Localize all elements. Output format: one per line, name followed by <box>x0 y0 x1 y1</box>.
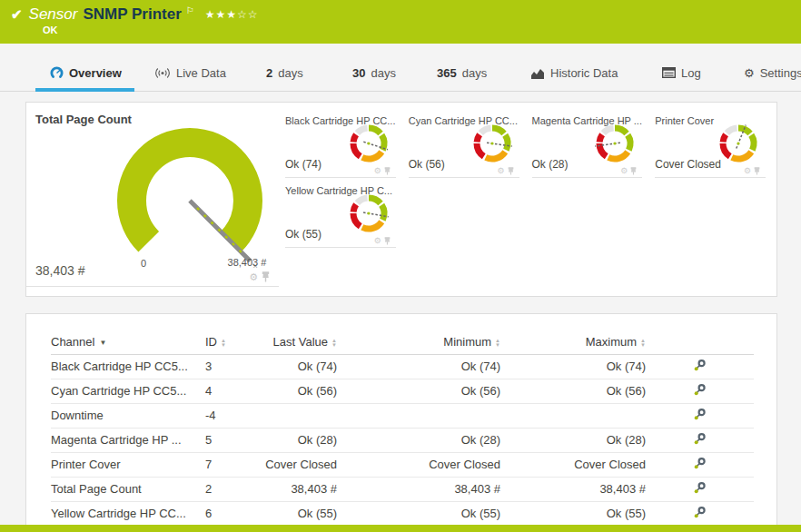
channel-gauge <box>347 122 391 165</box>
cell-maximum: 38,403 # <box>500 477 646 501</box>
gauge-tile-cyan-cartridge-hp-cc[interactable]: Cyan Cartridge HP CC... Ok (56) ⚙ <box>409 108 519 178</box>
tab-number: 365 <box>437 66 457 80</box>
log-icon <box>662 67 676 78</box>
tab-365-days[interactable]: 365days <box>437 54 487 91</box>
tile-pin-icon[interactable] <box>630 167 637 175</box>
main-gauge-value: 38,403 # <box>35 263 85 278</box>
tile-pin-icon[interactable] <box>508 167 514 175</box>
sensor-status-badge: OK <box>43 25 58 35</box>
tile-pin-icon[interactable] <box>754 167 760 175</box>
table-row-total-page-count[interactable]: Total Page Count238,403 #38,403 #38,403 … <box>51 477 754 501</box>
table-row-magenta-cartridge-hp[interactable]: Magenta Cartridge HP ...5Ok (28)Ok (28)O… <box>51 428 754 452</box>
tab-2-days[interactable]: 2days <box>266 54 303 91</box>
column-header-id[interactable]: ID▲▼ <box>205 330 260 354</box>
total-page-count-gauge: × <box>104 126 276 270</box>
cell-id: 7 <box>205 452 260 477</box>
tab-bar: OverviewLive Data2days30days365daysHisto… <box>0 54 801 92</box>
cell-channel[interactable]: Cyan Cartridge HP CC5... <box>51 379 205 403</box>
channel-gauge-value: Ok (28) <box>532 158 569 171</box>
tile-settings-gear-icon[interactable]: ⚙ <box>249 272 258 282</box>
gauge-tile-yellow-cartridge-hp-c[interactable]: Yellow Cartridge HP C... Ok (55) ⚙ <box>285 178 396 248</box>
cell-channel[interactable]: Downtime <box>51 403 205 428</box>
tab-historic-data[interactable]: Historic Data <box>530 54 618 91</box>
cell-channel[interactable]: Printer Cover <box>51 452 205 477</box>
table-row-printer-cover[interactable]: Printer Cover7Cover ClosedCover ClosedCo… <box>51 452 754 477</box>
tile-settings-gear-icon[interactable]: ⚙ <box>374 167 381 175</box>
channel-settings-wrench-icon[interactable] <box>693 432 707 446</box>
column-label: ID <box>205 335 217 349</box>
cell-channel[interactable]: Black Cartridge HP CC5... <box>51 354 205 379</box>
cell-id: 4 <box>205 379 260 403</box>
sensor-header: ✔ Sensor SNMP Printer ⚐ ★★★☆☆ OK <box>0 0 801 44</box>
gauge-tile-black-cartridge-hp-cc[interactable]: Black Cartridge HP CC... Ok (74) ⚙ <box>285 108 396 178</box>
cell-maximum: Ok (56) <box>500 379 646 403</box>
tab-label: days <box>462 66 487 80</box>
favorite-flag-icon[interactable]: ⚐ <box>186 5 194 15</box>
cell-channel[interactable]: Total Page Count <box>51 477 205 501</box>
stars-filled[interactable]: ★★★ <box>205 8 237 21</box>
object-kind-label: Sensor <box>29 5 78 24</box>
column-header-actions <box>646 330 754 354</box>
channel-settings-wrench-icon[interactable] <box>693 457 707 470</box>
channel-gauge <box>593 122 637 165</box>
broadcast-icon <box>154 67 171 79</box>
channel-gauge-value: Ok (74) <box>285 158 321 171</box>
column-header-minimum[interactable]: Minimum▲▼ <box>337 330 500 354</box>
column-label: Last Value <box>273 335 328 349</box>
total-page-count-tile[interactable]: Total Page Count × 0 38,403 # 38,403 # ⚙ <box>26 103 279 287</box>
tile-settings-gear-icon[interactable]: ⚙ <box>620 167 628 175</box>
gear-icon: ⚙ <box>744 67 755 79</box>
column-label: Channel <box>51 335 94 349</box>
table-row-black-cartridge-hp-cc5[interactable]: Black Cartridge HP CC5...3Ok (74)Ok (74)… <box>51 354 754 379</box>
tab-settings[interactable]: ⚙Settings <box>744 54 801 91</box>
channel-gauge <box>470 122 514 165</box>
tile-pin-icon[interactable] <box>384 237 391 245</box>
tab-label: days <box>371 66 395 80</box>
column-header-channel[interactable]: Channel▼ <box>51 330 205 354</box>
next-section-bar <box>0 525 801 532</box>
gauge-tile-printer-cover[interactable]: Printer Cover Cover Closed ⚙ <box>655 108 766 178</box>
channels-table-panel: Channel▼ID▲▼Last Value▲▼Minimum▲▼Maximum… <box>25 313 777 532</box>
channel-settings-wrench-icon[interactable] <box>693 506 707 519</box>
tile-settings-gear-icon[interactable]: ⚙ <box>497 167 504 175</box>
tile-settings-gear-icon[interactable]: ⚙ <box>374 237 381 245</box>
gauges-panel: Total Page Count × 0 38,403 # 38,403 # ⚙… <box>25 102 777 297</box>
cell-minimum: Ok (56) <box>337 379 500 403</box>
stars-empty[interactable]: ☆☆ <box>237 8 259 21</box>
tab-label: Live Data <box>176 66 226 80</box>
tab-30-days[interactable]: 30days <box>352 54 396 91</box>
cell-last-value: Cover Closed <box>260 452 337 477</box>
channel-settings-wrench-icon[interactable] <box>693 383 707 397</box>
chart-icon <box>530 67 545 79</box>
gauge-tile-magenta-cartridge-hp[interactable]: Magenta Cartridge HP ... Ok (28) ⚙ <box>532 108 643 178</box>
table-row-downtime[interactable]: Downtime-4 <box>51 403 754 428</box>
cell-id: 6 <box>205 501 260 526</box>
tab-number: 30 <box>352 66 365 80</box>
channel-gauge <box>347 192 391 235</box>
sort-desc-icon: ▼ <box>99 339 106 347</box>
table-row-yellow-cartridge-hp-cc[interactable]: Yellow Cartridge HP CC...6Ok (55)Ok (55)… <box>51 501 754 526</box>
table-row-cyan-cartridge-hp-cc5[interactable]: Cyan Cartridge HP CC5...4Ok (56)Ok (56)O… <box>51 379 754 403</box>
channel-gauge-value: Ok (55) <box>285 228 321 241</box>
cell-id: 3 <box>205 354 260 379</box>
tile-settings-gear-icon[interactable]: ⚙ <box>744 167 751 175</box>
cell-channel[interactable]: Magenta Cartridge HP ... <box>51 428 205 452</box>
tab-live-data[interactable]: Live Data <box>154 54 226 91</box>
channel-settings-wrench-icon[interactable] <box>693 481 707 495</box>
tab-label: days <box>278 66 302 80</box>
cell-minimum: Cover Closed <box>337 452 500 477</box>
cell-minimum: 38,403 # <box>337 477 500 501</box>
tile-pin-icon[interactable] <box>262 271 270 282</box>
tab-label: Log <box>681 66 701 80</box>
channel-settings-wrench-icon[interactable] <box>693 359 707 372</box>
cell-channel[interactable]: Yellow Cartridge HP CC... <box>51 501 205 526</box>
gauge-scale-max: 38,403 # <box>208 257 286 268</box>
tab-log[interactable]: Log <box>662 54 701 91</box>
column-header-maximum[interactable]: Maximum▲▼ <box>500 330 646 354</box>
tab-overview[interactable]: Overview <box>50 54 122 91</box>
channel-settings-wrench-icon[interactable] <box>693 408 707 421</box>
tile-pin-icon[interactable] <box>384 167 391 175</box>
column-header-last-value[interactable]: Last Value▲▼ <box>260 330 337 354</box>
cell-maximum: Ok (55) <box>500 501 646 526</box>
priority-stars[interactable]: ★★★☆☆ <box>205 8 259 21</box>
